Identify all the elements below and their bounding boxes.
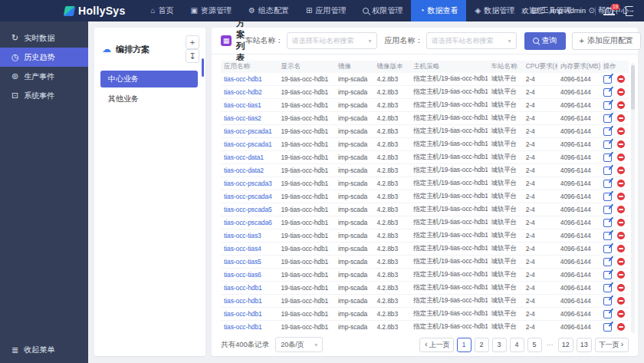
stop-icon[interactable]: [617, 140, 625, 148]
table-row: tias-occ-hdb119-tias-occ-hdb1imp-scada4.…: [221, 308, 629, 321]
edit-icon[interactable]: [603, 88, 612, 97]
app-name-link[interactable]: tias-occ-data1: [224, 153, 264, 161]
stop-icon[interactable]: [617, 101, 625, 109]
edit-icon[interactable]: [603, 127, 612, 136]
stop-icon[interactable]: [617, 297, 625, 305]
stop-icon[interactable]: [617, 206, 625, 213]
stop-icon[interactable]: [617, 114, 625, 122]
page-button-1[interactable]: 1: [457, 338, 472, 352]
add-plan-button[interactable]: +: [186, 35, 199, 49]
plan-list-icon: ▦: [221, 35, 232, 46]
app-name-link[interactable]: tias-occ-tias4: [224, 245, 261, 252]
stop-icon[interactable]: [617, 153, 625, 161]
edit-icon[interactable]: [603, 114, 612, 123]
plan-panel-actions: +↧: [182, 35, 199, 63]
table-scrollbar[interactable]: [631, 63, 635, 333]
app-name-link[interactable]: tias-occ-tias5: [224, 258, 261, 266]
edit-icon[interactable]: [603, 75, 612, 84]
app-name-link[interactable]: tias-occ-data2: [224, 167, 264, 174]
sidebar-item-system[interactable]: ⊡系统事件: [0, 86, 88, 105]
nav-item-home[interactable]: ⌂首页: [143, 0, 182, 21]
notifications-button[interactable]: 19: [605, 8, 613, 15]
app-name-link[interactable]: tias-occ-hdb1: [224, 297, 262, 305]
prev-page-button[interactable]: ‹上一页: [419, 338, 453, 352]
plan-item-center[interactable]: 中心业务: [100, 71, 198, 87]
page-button-13[interactable]: 13: [577, 338, 592, 352]
edit-icon[interactable]: [603, 271, 612, 279]
edit-icon[interactable]: [603, 323, 612, 332]
cpu-requirement-cell: 2-4: [523, 216, 557, 229]
edit-icon[interactable]: [603, 140, 612, 149]
app-select[interactable]: 请选择车站名称搜索 ▾: [426, 32, 517, 49]
app-name-link[interactable]: tias-occ-pscada1: [224, 127, 272, 135]
edit-icon[interactable]: [603, 167, 612, 175]
stop-icon[interactable]: [617, 88, 625, 96]
page-button-5[interactable]: 5: [527, 338, 542, 352]
stop-icon[interactable]: [617, 180, 625, 187]
plan-scrollbar[interactable]: [202, 58, 204, 77]
edit-icon[interactable]: [603, 258, 612, 266]
app-name-link[interactable]: tias-occ-pscada1: [224, 140, 272, 148]
station-select[interactable]: 请选择车站名称搜索 ▾: [287, 32, 377, 49]
stop-icon[interactable]: [617, 271, 625, 279]
app-name-link[interactable]: tias-occ-tias2: [224, 114, 261, 122]
edit-icon[interactable]: [603, 206, 612, 214]
stop-icon[interactable]: [617, 310, 625, 318]
app-name-link[interactable]: tias-occ-pscada4: [224, 193, 272, 200]
sidebar-item-production[interactable]: ⊚生产事件: [0, 67, 88, 86]
stop-icon[interactable]: [617, 245, 625, 252]
app-name-link[interactable]: tias-occ-tias3: [224, 232, 261, 239]
nav-item-permission[interactable]: 权限管理: [354, 0, 411, 21]
nav-item-data-view[interactable]: ◔数据查看: [411, 0, 466, 21]
app-name-link[interactable]: tias-occ-tias6: [224, 271, 261, 279]
stop-icon[interactable]: [617, 323, 625, 331]
edit-icon[interactable]: [603, 153, 612, 162]
nav-item-resource[interactable]: ▣资源管理: [182, 0, 240, 21]
add-app-config-button[interactable]: + 添加应用配置: [572, 32, 641, 50]
stop-icon[interactable]: [617, 167, 625, 174]
edit-icon[interactable]: [603, 193, 612, 201]
app-name-link[interactable]: tias-occ-pscada6: [224, 219, 272, 226]
page-button-12[interactable]: 12: [558, 338, 573, 352]
next-page-button[interactable]: 下一页›: [595, 338, 629, 352]
sidebar-item-realtime[interactable]: ↻实时数据: [0, 28, 88, 48]
page-button-3[interactable]: 3: [492, 338, 507, 352]
app-name-link[interactable]: tias-occ-hdb1: [224, 284, 262, 292]
app-name-link[interactable]: tias-occ-hdb1: [224, 310, 262, 318]
plan-item-other[interactable]: 其他业务: [100, 91, 198, 107]
edit-icon[interactable]: [603, 101, 612, 110]
edit-icon[interactable]: [603, 245, 612, 253]
edit-icon[interactable]: [603, 219, 612, 227]
stop-icon[interactable]: [617, 232, 625, 239]
edit-icon[interactable]: [603, 310, 612, 318]
page-button-2[interactable]: 2: [475, 338, 489, 352]
app-name-link[interactable]: tias-occ-pscada3: [224, 180, 272, 187]
sidebar-item-history[interactable]: ◷历史趋势: [0, 48, 88, 67]
app-name-link[interactable]: tias-occ-pscada5: [224, 206, 272, 213]
import-plan-button[interactable]: ↧: [186, 49, 199, 63]
table-scrollbar-thumb[interactable]: [631, 65, 635, 110]
logout-icon[interactable]: [626, 6, 633, 16]
edit-icon[interactable]: [603, 284, 612, 292]
page-button-4[interactable]: 4: [510, 338, 524, 352]
nav-item-apps[interactable]: ⊞应用管理: [297, 0, 354, 21]
collapse-menu-button[interactable]: ≣ 收起菜单: [12, 345, 54, 355]
query-button[interactable]: 查询: [524, 32, 566, 50]
page-size-select[interactable]: 20条/页 ▾: [275, 337, 323, 352]
table-row: tias-occ-pscada119-tias-occ-hdb1imp-scad…: [221, 138, 629, 151]
app-name-link[interactable]: tias-occ-hdb1: [224, 323, 262, 331]
stop-icon[interactable]: [617, 258, 625, 266]
stop-icon[interactable]: [617, 219, 625, 226]
stop-icon[interactable]: [617, 284, 625, 292]
app-name-link[interactable]: tias-occ-hdb2: [224, 88, 262, 96]
edit-icon[interactable]: [603, 297, 612, 305]
stop-icon[interactable]: [617, 193, 625, 200]
app-name-link[interactable]: tias-occ-tias1: [224, 101, 261, 109]
edit-icon[interactable]: [603, 180, 612, 188]
stop-icon[interactable]: [617, 127, 625, 135]
nav-item-data-manage[interactable]: ◈数据管理: [466, 0, 523, 21]
edit-icon[interactable]: [603, 232, 612, 240]
app-name-link[interactable]: tias-occ-hdb1: [224, 75, 262, 83]
nav-item-config[interactable]: ⚙组态配置: [240, 0, 297, 21]
stop-icon[interactable]: [617, 75, 625, 83]
